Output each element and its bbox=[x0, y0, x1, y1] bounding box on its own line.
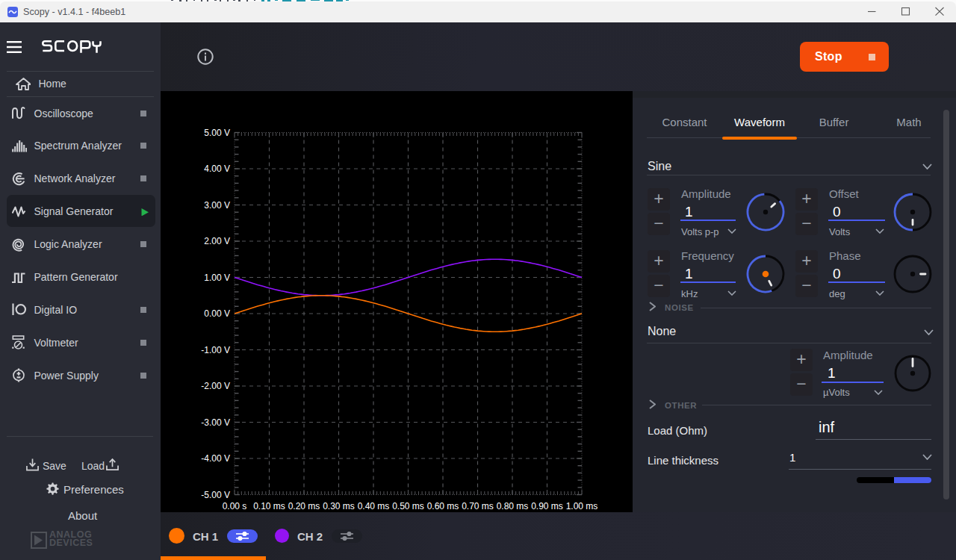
svg-text:0.20 ms: 0.20 ms bbox=[288, 501, 320, 511]
svg-text:0.90 ms: 0.90 ms bbox=[531, 501, 563, 511]
svg-text:1.00 ms: 1.00 ms bbox=[566, 501, 598, 511]
svg-text:0.30 ms: 0.30 ms bbox=[323, 501, 355, 511]
svg-text:-3.00 V: -3.00 V bbox=[201, 417, 230, 428]
svg-text:4.00 V: 4.00 V bbox=[204, 164, 230, 174]
svg-text:-1.00 V: -1.00 V bbox=[201, 345, 230, 355]
svg-text:0.80 ms: 0.80 ms bbox=[497, 501, 529, 511]
svg-text:-4.00 V: -4.00 V bbox=[201, 453, 230, 464]
svg-text:0.00 V: 0.00 V bbox=[204, 308, 230, 319]
svg-text:1.00 V: 1.00 V bbox=[204, 273, 230, 283]
svg-text:3.00 V: 3.00 V bbox=[204, 200, 230, 211]
svg-text:0.70 ms: 0.70 ms bbox=[462, 501, 494, 511]
svg-text:0.60 ms: 0.60 ms bbox=[427, 501, 459, 511]
svg-text:0.50 ms: 0.50 ms bbox=[392, 501, 424, 511]
svg-text:0.10 ms: 0.10 ms bbox=[253, 501, 285, 511]
svg-text:0.00 s: 0.00 s bbox=[223, 501, 247, 511]
svg-text:-5.00 V: -5.00 V bbox=[201, 490, 230, 500]
svg-text:0.40 ms: 0.40 ms bbox=[358, 501, 390, 511]
svg-text:5.00 V: 5.00 V bbox=[204, 128, 230, 138]
svg-text:2.00 V: 2.00 V bbox=[204, 236, 230, 246]
svg-text:-2.00 V: -2.00 V bbox=[201, 381, 230, 391]
